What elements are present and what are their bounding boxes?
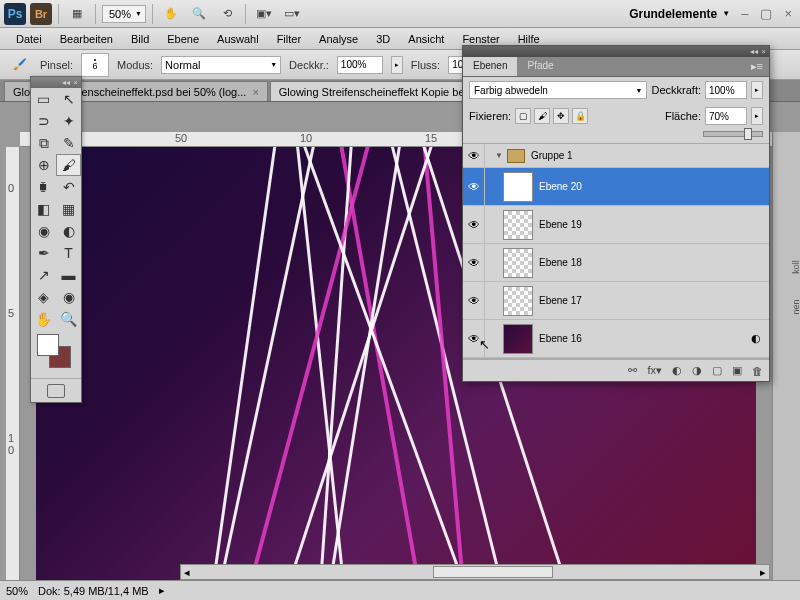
pen-tool-icon[interactable]: ✒ — [31, 242, 56, 264]
horizontal-scrollbar[interactable]: ◂ ▸ — [180, 564, 770, 580]
brush-preset-picker[interactable]: 6 — [81, 53, 109, 77]
menu-ebene[interactable]: Ebene — [159, 30, 207, 48]
magic-wand-tool-icon[interactable]: ✦ — [56, 110, 81, 132]
layer-row[interactable]: 👁 Ebene 19 — [463, 206, 769, 244]
lock-pixels-icon[interactable]: 🖌 — [534, 108, 550, 124]
healing-brush-tool-icon[interactable]: ⊕ — [31, 154, 56, 176]
layer-thumbnail[interactable] — [503, 286, 533, 316]
eyedropper-tool-icon[interactable]: ✎ — [56, 132, 81, 154]
move-tool-icon[interactable]: ↖ — [56, 88, 81, 110]
delete-layer-icon[interactable]: 🗑 — [752, 365, 763, 377]
collapsed-panels[interactable]: koll nen — [772, 132, 800, 580]
3d-camera-tool-icon[interactable]: ◉ — [56, 286, 81, 308]
layer-group-row[interactable]: 👁 ▼ Gruppe 1 — [463, 144, 769, 168]
workspace-dropdown[interactable]: Grundelemente — [619, 3, 733, 25]
vertical-ruler[interactable]: 0 5 10 — [6, 147, 20, 580]
lock-position-icon[interactable]: ✥ — [553, 108, 569, 124]
foreground-color[interactable] — [37, 334, 59, 356]
visibility-toggle-icon[interactable]: 👁 — [463, 244, 485, 281]
arrange-documents-icon[interactable]: ▣▾ — [252, 3, 276, 25]
blend-mode-dropdown[interactable]: Normal — [161, 56, 281, 74]
panel-menu-icon[interactable]: ▸≡ — [745, 57, 769, 76]
hand-tool-icon[interactable]: ✋ — [31, 308, 56, 330]
brush-tool-preset-icon[interactable]: 🖌️ — [8, 54, 32, 76]
layer-name[interactable]: Gruppe 1 — [531, 150, 769, 161]
bridge-logo[interactable]: Br — [30, 3, 52, 25]
tab-pfade[interactable]: Pfade — [517, 57, 563, 76]
status-flyout-icon[interactable]: ▸ — [159, 584, 165, 597]
new-layer-icon[interactable]: ▣ — [732, 364, 742, 377]
minimize-button[interactable]: – — [737, 6, 752, 21]
photoshop-logo[interactable]: Ps — [4, 3, 26, 25]
menu-3d[interactable]: 3D — [368, 30, 398, 48]
visibility-toggle-icon[interactable]: 👁 — [463, 168, 485, 205]
clone-stamp-tool-icon[interactable]: ⧯ — [31, 176, 56, 198]
new-group-icon[interactable]: ▢ — [712, 364, 722, 377]
menu-auswahl[interactable]: Auswahl — [209, 30, 267, 48]
color-swatches[interactable] — [37, 334, 75, 374]
layer-name[interactable]: Ebene 18 — [539, 257, 769, 268]
menu-analyse[interactable]: Analyse — [311, 30, 366, 48]
layer-opacity-input[interactable] — [705, 81, 747, 99]
rotate-view-icon[interactable]: ⟲ — [215, 3, 239, 25]
maximize-button[interactable]: ▢ — [756, 6, 776, 21]
lock-transparency-icon[interactable]: ▢ — [515, 108, 531, 124]
layer-name[interactable]: Ebene 16 — [539, 333, 751, 344]
fill-slider[interactable] — [703, 131, 763, 137]
opacity-input[interactable] — [337, 56, 383, 74]
view-extras-icon[interactable]: ▦ — [65, 3, 89, 25]
layer-row[interactable]: 👁 Ebene 20 — [463, 168, 769, 206]
marquee-tool-icon[interactable]: ▭ — [31, 88, 56, 110]
close-tab-icon[interactable]: × — [252, 86, 258, 98]
opacity-flyout[interactable]: ▸ — [391, 56, 403, 74]
zoom-tool-icon[interactable]: 🔍 — [56, 308, 81, 330]
3d-tool-icon[interactable]: ◈ — [31, 286, 56, 308]
fill-flyout[interactable]: ▸ — [751, 107, 763, 125]
eraser-tool-icon[interactable]: ◧ — [31, 198, 56, 220]
menu-ansicht[interactable]: Ansicht — [400, 30, 452, 48]
adjustment-layer-icon[interactable]: ◑ — [692, 364, 702, 377]
type-tool-icon[interactable]: T — [56, 242, 81, 264]
zoom-tool-icon[interactable]: 🔍 — [187, 3, 211, 25]
shape-tool-icon[interactable]: ▬ — [56, 264, 81, 286]
lock-all-icon[interactable]: 🔒 — [572, 108, 588, 124]
visibility-toggle-icon[interactable]: 👁 — [463, 320, 485, 357]
zoom-level[interactable]: 50% — [6, 585, 28, 597]
layer-row[interactable]: 👁 Ebene 17 — [463, 282, 769, 320]
layer-thumbnail[interactable] — [503, 248, 533, 278]
screen-mode-icon[interactable]: ▭▾ — [280, 3, 304, 25]
layer-name[interactable]: Ebene 17 — [539, 295, 769, 306]
hand-tool-icon[interactable]: ✋ — [159, 3, 183, 25]
brush-tool-icon[interactable]: 🖌 — [56, 154, 81, 176]
menu-datei[interactable]: Datei — [8, 30, 50, 48]
layer-name[interactable]: Ebene 20 — [539, 181, 769, 192]
blur-tool-icon[interactable]: ◉ — [31, 220, 56, 242]
visibility-toggle-icon[interactable]: 👁 — [463, 206, 485, 243]
menu-bild[interactable]: Bild — [123, 30, 157, 48]
layer-thumbnail[interactable] — [503, 324, 533, 354]
panel-header[interactable]: ◂◂× — [463, 46, 769, 57]
close-button[interactable]: × — [780, 6, 796, 21]
layer-row[interactable]: 👁 Ebene 18 — [463, 244, 769, 282]
path-selection-tool-icon[interactable]: ↗ — [31, 264, 56, 286]
filter-indicator-icon[interactable]: ◐ — [751, 332, 761, 345]
layer-fill-input[interactable] — [705, 107, 747, 125]
opacity-flyout[interactable]: ▸ — [751, 81, 763, 99]
layer-row[interactable]: 👁 Ebene 16 ◐ — [463, 320, 769, 358]
group-expand-icon[interactable]: ▼ — [495, 151, 503, 160]
scrollbar-thumb[interactable] — [433, 566, 553, 578]
zoom-dropdown[interactable]: 50% — [102, 5, 146, 23]
layer-blend-mode-dropdown[interactable]: Farbig abwedeln — [469, 81, 647, 99]
tab-ebenen[interactable]: Ebenen — [463, 57, 517, 76]
crop-tool-icon[interactable]: ⧉ — [31, 132, 56, 154]
lasso-tool-icon[interactable]: ⊃ — [31, 110, 56, 132]
document-size[interactable]: Dok: 5,49 MB/11,4 MB — [38, 585, 149, 597]
visibility-toggle-icon[interactable]: 👁 — [463, 282, 485, 319]
link-layers-icon[interactable]: ⚯ — [628, 364, 637, 377]
gradient-tool-icon[interactable]: ▦ — [56, 198, 81, 220]
layer-style-icon[interactable]: fx▾ — [647, 364, 662, 377]
menu-filter[interactable]: Filter — [269, 30, 309, 48]
visibility-toggle-icon[interactable]: 👁 — [463, 144, 485, 167]
layer-thumbnail[interactable] — [503, 172, 533, 202]
layer-mask-icon[interactable]: ◐ — [672, 364, 682, 377]
